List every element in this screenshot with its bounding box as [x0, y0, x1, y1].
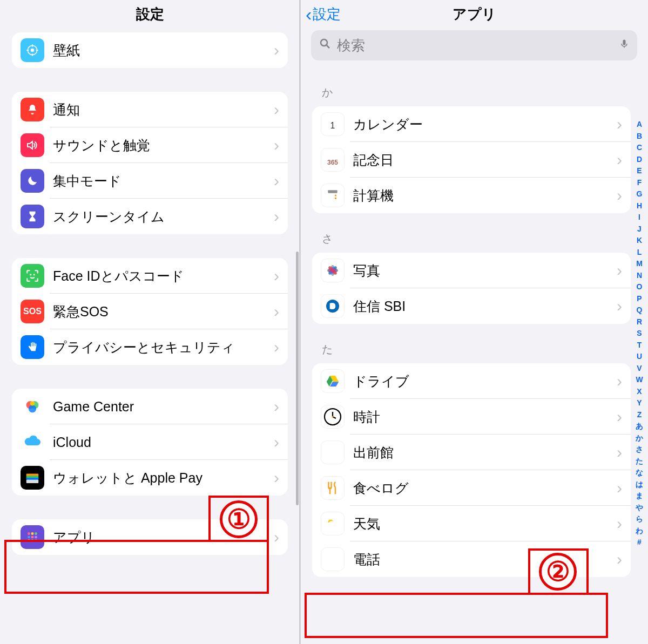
index-letter[interactable]: N: [637, 270, 642, 282]
index-letter[interactable]: E: [637, 165, 642, 177]
index-letter[interactable]: U: [637, 351, 642, 363]
row-label: 記念日: [353, 151, 617, 169]
row-focus[interactable]: 集中モード ›: [12, 163, 288, 199]
index-letter[interactable]: M: [636, 258, 643, 270]
row-label: 写真: [353, 262, 617, 280]
index-letter[interactable]: た: [636, 456, 643, 467]
search-icon: [319, 37, 332, 54]
index-letter[interactable]: V: [637, 363, 642, 375]
index-letter[interactable]: な: [636, 467, 643, 479]
index-letter[interactable]: G: [637, 188, 643, 200]
page-title: アプリ: [453, 5, 496, 24]
index-letter[interactable]: D: [637, 154, 642, 166]
mic-icon[interactable]: [619, 37, 630, 53]
index-letter[interactable]: や: [636, 502, 643, 514]
row-anniversary[interactable]: 365 記念日 ›: [312, 142, 631, 178]
row-tabelog[interactable]: 食べログ ›: [312, 470, 631, 506]
row-demae[interactable]: 出前館 ›: [312, 435, 631, 470]
index-letter[interactable]: C: [637, 142, 642, 154]
index-letter[interactable]: わ: [636, 525, 643, 537]
row-sounds[interactable]: サウンドと触覚 ›: [12, 127, 288, 163]
index-letter[interactable]: ま: [636, 490, 643, 502]
row-label: ウォレットと Apple Pay: [53, 469, 274, 487]
svg-point-48: [332, 416, 334, 418]
index-letter[interactable]: J: [637, 223, 642, 235]
apps-group: 1 カレンダー › 365 記念日 › 計算機 ›: [312, 106, 631, 213]
index-letter[interactable]: L: [637, 247, 642, 259]
section-header: か: [322, 85, 631, 100]
row-label: Game Center: [53, 399, 274, 415]
section-header: さ: [322, 232, 631, 246]
back-button[interactable]: ‹ 設定: [306, 5, 341, 24]
svg-point-34: [332, 198, 333, 199]
row-screentime[interactable]: スクリーンタイム ›: [12, 199, 288, 234]
index-letter[interactable]: B: [637, 131, 642, 143]
index-letter[interactable]: Y: [637, 397, 642, 409]
index-letter[interactable]: ら: [636, 513, 643, 525]
index-letter[interactable]: I: [638, 212, 640, 223]
sbi-icon: [321, 294, 345, 318]
row-drive[interactable]: ドライブ ›: [312, 363, 631, 399]
row-weather[interactable]: 天気 ›: [312, 506, 631, 541]
index-letter[interactable]: F: [637, 177, 642, 189]
settings-content: 壁紙 › 通知 › サウンドと触覚 ›: [0, 32, 300, 555]
row-label: 電話: [353, 551, 617, 568]
index-letter[interactable]: O: [637, 281, 643, 293]
svg-rect-17: [31, 532, 33, 534]
clock-icon: [321, 405, 345, 429]
tabelog-icon: [321, 476, 345, 500]
index-scrubber[interactable]: ABCDEFGHIJKLMNOPQRSTUVWXYZあかさたなはまやらわ#: [634, 119, 645, 548]
row-calculator[interactable]: 計算機 ›: [312, 178, 631, 213]
weather-icon: [321, 512, 345, 535]
row-label: 計算機: [353, 187, 617, 205]
chevron-right-icon: ›: [617, 443, 622, 462]
index-letter[interactable]: W: [636, 374, 643, 386]
index-letter[interactable]: #: [637, 537, 642, 548]
index-letter[interactable]: か: [636, 432, 643, 444]
index-letter[interactable]: R: [637, 316, 642, 328]
apps-group: ドライブ › 時計 › 出前館 › 食べログ: [312, 363, 631, 577]
row-label: 天気: [353, 515, 617, 533]
index-letter[interactable]: P: [637, 293, 642, 305]
row-photos[interactable]: 写真 ›: [312, 253, 631, 288]
index-letter[interactable]: A: [637, 119, 642, 131]
chevron-right-icon: ›: [274, 433, 279, 451]
row-wallet[interactable]: ウォレットと Apple Pay ›: [12, 460, 288, 496]
index-letter[interactable]: H: [637, 200, 642, 212]
svg-point-31: [332, 194, 333, 196]
svg-rect-23: [31, 539, 33, 541]
row-icloud[interactable]: iCloud ›: [12, 424, 288, 460]
row-label: サウンドと触覚: [53, 137, 274, 154]
scrollbar[interactable]: [296, 252, 299, 505]
index-letter[interactable]: X: [637, 386, 642, 398]
index-letter[interactable]: K: [637, 235, 642, 247]
svg-rect-24: [35, 539, 37, 541]
search-input[interactable]: 検索: [311, 30, 637, 60]
svg-point-35: [335, 198, 336, 199]
row-sbi[interactable]: 住信 SBI ›: [312, 288, 631, 324]
index-letter[interactable]: Q: [637, 304, 643, 316]
row-label: スクリーンタイム: [53, 208, 274, 226]
row-faceid[interactable]: Face IDとパスコード ›: [12, 258, 288, 294]
index-letter[interactable]: あ: [636, 421, 643, 432]
row-sos[interactable]: SOS 緊急SOS ›: [12, 294, 288, 329]
annotation-box-2: [305, 593, 608, 638]
index-letter[interactable]: T: [637, 340, 642, 351]
index-letter[interactable]: は: [636, 479, 643, 491]
svg-point-6: [30, 274, 31, 275]
chevron-right-icon: ›: [274, 469, 279, 487]
row-wallpaper[interactable]: 壁紙 ›: [12, 32, 288, 68]
svg-point-11: [30, 401, 35, 406]
row-gamecenter[interactable]: Game Center ›: [12, 389, 288, 424]
index-letter[interactable]: Z: [637, 409, 642, 421]
chevron-right-icon: ›: [274, 136, 279, 154]
index-letter[interactable]: S: [637, 328, 642, 340]
chevron-left-icon: ‹: [306, 5, 312, 23]
row-privacy[interactable]: プライバシーとセキュリティ ›: [12, 329, 288, 365]
chevron-right-icon: ›: [274, 338, 279, 356]
row-clock[interactable]: 時計 ›: [312, 399, 631, 435]
row-calendar[interactable]: 1 カレンダー ›: [312, 106, 631, 142]
row-phone[interactable]: 電話 ›: [312, 541, 631, 577]
row-notifications[interactable]: 通知 ›: [12, 92, 288, 127]
index-letter[interactable]: さ: [636, 444, 643, 456]
